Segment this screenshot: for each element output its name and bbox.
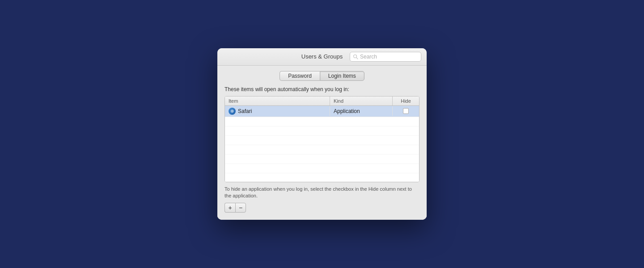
search-icon (353, 54, 358, 59)
safari-icon (229, 108, 236, 115)
column-header-hide: Hide (392, 96, 419, 105)
tab-password[interactable]: Password (280, 71, 320, 81)
table-header: Item Kind Hide (225, 96, 419, 106)
column-header-item: Item (225, 96, 330, 105)
column-header-kind: Kind (330, 96, 392, 105)
kind-cell: Application (330, 106, 392, 116)
search-input[interactable] (360, 54, 418, 60)
tab-bar: Password Login Items (217, 71, 427, 81)
table-row[interactable]: Safari Application (225, 106, 419, 117)
svg-line-1 (356, 57, 358, 59)
window-title: Users & Groups (294, 53, 350, 60)
hide-checkbox[interactable] (403, 108, 409, 114)
item-cell: Safari (225, 106, 330, 117)
title-bar: Users & Groups (217, 48, 427, 66)
search-box[interactable] (350, 52, 421, 62)
empty-rows (225, 117, 419, 182)
add-item-button[interactable]: + (225, 203, 235, 213)
users-groups-window: Users & Groups Password Login Items Thes… (217, 48, 427, 220)
tab-login-items[interactable]: Login Items (320, 71, 364, 81)
hide-cell (392, 106, 419, 116)
login-items-panel: These items will open automatically when… (217, 86, 427, 220)
description-text: These items will open automatically when… (225, 86, 419, 92)
content-area: Password Login Items These items will op… (217, 66, 427, 220)
hint-text: To hide an application when you log in, … (225, 186, 419, 200)
button-row: + − (225, 203, 419, 213)
remove-item-button[interactable]: − (235, 203, 246, 213)
login-items-table: Item Kind Hide Safari Application (225, 96, 419, 182)
item-name: Safari (238, 108, 252, 114)
